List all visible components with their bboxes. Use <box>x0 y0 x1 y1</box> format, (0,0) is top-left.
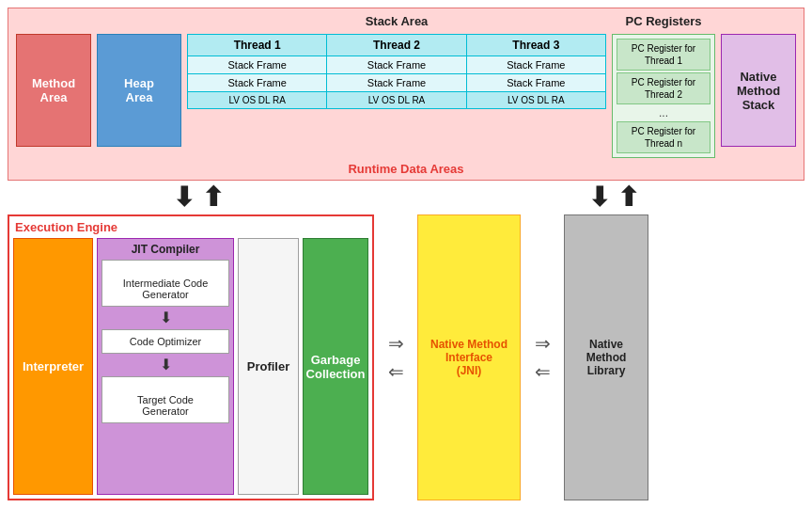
interpreter-box: Interpreter <box>13 238 93 495</box>
heap-area-box: Heap Area <box>97 34 181 147</box>
jit-arrow-2: ⬇ <box>102 357 229 373</box>
pc-register-1: PC Register for Thread 1 <box>617 39 710 71</box>
horiz-arrow-right-2: ⇒ <box>535 332 551 355</box>
jit-compiler-wrapper: JIT Compiler Intermediate Code Generator… <box>97 238 234 495</box>
stack-frame-1-3: Stack Frame <box>467 56 605 73</box>
native-method-interface-box: Native Method Interface (JNI) <box>417 214 521 500</box>
execution-engine-label: Execution Engine <box>13 220 368 234</box>
target-code-box: Target Code Generator <box>102 376 229 423</box>
horiz-arrow-left-1: ⇐ <box>388 360 404 383</box>
area-labels-row: Stack Area PC Registers <box>16 14 796 28</box>
thread-row: Thread 1 Thread 2 Thread 3 <box>188 35 605 56</box>
pc-dots: ... <box>617 106 710 119</box>
pc-register-2: PC Register for Thread 2 <box>617 72 710 104</box>
jit-compiler-label: JIT Compiler <box>102 243 229 256</box>
code-optimizer-box: Code Optimizer <box>102 329 229 354</box>
stack-frame-row-2: Stack Frame Stack Frame Stack Frame <box>188 74 605 92</box>
execution-engine-wrapper: Execution Engine Interpreter JIT Compile… <box>8 214 374 500</box>
left-vertical-arrows: ⬇ ⬆ <box>15 184 382 211</box>
lv-1: LV OS DL RA <box>188 92 327 108</box>
execution-engine-inner: Interpreter JIT Compiler Intermediate Co… <box>13 238 368 495</box>
pc-registers-label: PC Registers <box>612 14 715 28</box>
right-vertical-arrows: ⬇ ⬆ <box>524 184 703 211</box>
jit-arrow-1: ⬇ <box>102 310 229 325</box>
stack-frame-2-1: Stack Frame <box>188 74 327 91</box>
garbage-collection-box: Garbage Collection <box>303 238 368 495</box>
stack-frame-1-1: Stack Frame <box>188 56 327 73</box>
intermediate-code-box: Intermediate Code Generator <box>102 260 229 307</box>
arrow-down-right: ⬇ <box>588 184 610 211</box>
stack-frame-2-2: Stack Frame <box>327 74 466 91</box>
thread-3-label: Thread 3 <box>467 35 605 56</box>
stack-area-inner: Thread 1 Thread 2 Thread 3 Stack Frame S… <box>187 34 606 109</box>
stack-area-label: Stack Area <box>187 14 606 28</box>
horiz-arrows-1: ⇒ ⇐ <box>382 214 410 500</box>
runtime-top-row: Method Area Heap Area Thread 1 Thread 2 … <box>16 34 796 158</box>
horiz-arrows-2: ⇒ ⇐ <box>528 214 556 500</box>
native-method-library-box: Native Method Library <box>564 214 648 500</box>
horiz-arrow-left-2: ⇐ <box>535 360 551 383</box>
stack-frame-1-2: Stack Frame <box>327 56 466 73</box>
arrow-up-left: ⬆ <box>202 184 224 211</box>
profiler-box: Profiler <box>238 238 299 495</box>
arrow-down-left: ⬇ <box>173 184 195 211</box>
arrow-up-right: ⬆ <box>617 184 639 211</box>
stack-frame-row-1: Stack Frame Stack Frame Stack Frame <box>188 56 605 74</box>
runtime-section: Stack Area PC Registers Method Area Heap… <box>8 8 804 181</box>
lv-2: LV OS DL RA <box>327 92 466 108</box>
thread-1-label: Thread 1 <box>188 35 327 56</box>
thread-2-label: Thread 2 <box>327 35 466 56</box>
bottom-section: Execution Engine Interpreter JIT Compile… <box>8 214 804 500</box>
horiz-arrow-right-1: ⇒ <box>388 332 404 355</box>
runtime-data-areas-label: Runtime Data Areas <box>16 162 796 176</box>
pc-register-n: PC Register for Thread n <box>617 121 710 153</box>
method-area-box: Method Area <box>16 34 91 147</box>
stack-frame-2-3: Stack Frame <box>467 74 605 91</box>
native-method-stack-box: Native Method Stack <box>721 34 796 147</box>
vertical-arrows-container: ⬇ ⬆ ⬇ ⬆ <box>8 184 804 211</box>
lv-row: LV OS DL RA LV OS DL RA LV OS DL RA <box>188 92 605 108</box>
main-container: Stack Area PC Registers Method Area Heap… <box>0 0 812 508</box>
lv-3: LV OS DL RA <box>467 92 605 108</box>
pc-registers-inner: PC Register for Thread 1 PC Register for… <box>612 34 715 158</box>
